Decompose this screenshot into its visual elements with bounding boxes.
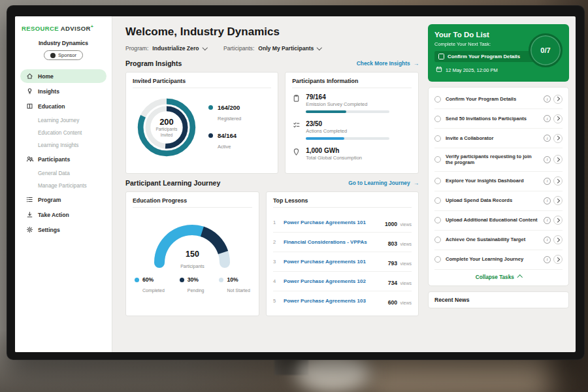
education-progress-card: Education Progress 150 Participants	[125, 191, 259, 316]
lesson-link[interactable]: Power Purchase Agreements 102	[284, 278, 383, 284]
collapse-tasks-label: Collapse Tasks	[476, 274, 514, 280]
lesson-link[interactable]: Power Purchase Agreements 103	[284, 298, 383, 304]
monitor-bezel: RESOURCE ADVISOR+ Industry Dynamics Spon…	[7, 5, 585, 360]
sidebar-item-label: Home	[38, 73, 54, 80]
sidebar-item-settings[interactable]: Settings	[20, 223, 106, 237]
task-row[interactable]: Upload Spend Data Records i	[434, 191, 563, 211]
sidebar-item-participants[interactable]: Participants	[20, 152, 106, 166]
legend-item-pending: 30%Pending	[180, 276, 204, 295]
task-row[interactable]: Achieve One Sustainability Target i	[434, 231, 563, 250]
chevron-right-icon[interactable]	[553, 114, 563, 123]
sidebar-item-insights[interactable]: Insights	[20, 84, 106, 98]
task-checkbox[interactable]	[434, 217, 441, 223]
chevron-right-icon[interactable]	[553, 134, 563, 143]
task-row[interactable]: Verify participants requesting to join t…	[434, 148, 563, 172]
sidebar-item-education-content[interactable]: Education Content	[20, 127, 106, 139]
info-icon[interactable]: i	[544, 95, 551, 103]
sidebar-item-general-data[interactable]: General Data	[20, 167, 106, 179]
info-icon[interactable]: i	[544, 197, 551, 204]
task-checkbox[interactable]	[434, 135, 441, 142]
legend-value: 10%	[227, 276, 250, 283]
task-row[interactable]: Send 50 Invitations to Participants i	[434, 109, 563, 129]
page-title: Welcome, Industry Dynamics	[125, 25, 419, 39]
task-row[interactable]: Explore Your Insights Dashboard i	[434, 172, 563, 191]
sidebar-item-education[interactable]: Education	[20, 99, 106, 113]
survey-icon	[292, 94, 301, 103]
collapse-tasks-button[interactable]: Collapse Tasks	[434, 270, 563, 284]
sidebar-item-learning-journey[interactable]: Learning Journey	[20, 114, 106, 126]
survey-label: Emission Survey Completed	[306, 101, 389, 107]
chevron-right-icon[interactable]	[553, 155, 563, 164]
donut-center-value: 200	[159, 117, 174, 127]
program-select[interactable]: Industrialize Zero	[152, 45, 206, 52]
chevron-right-icon[interactable]	[553, 255, 563, 264]
info-icon[interactable]: i	[544, 156, 551, 163]
chevron-right-icon[interactable]	[553, 196, 563, 205]
info-icon[interactable]: i	[544, 115, 551, 122]
lesson-link[interactable]: Power Purchase Agreements 101	[284, 220, 380, 225]
info-icon[interactable]: i	[544, 178, 551, 185]
filters-row: Program: Industrialize Zero Participants…	[125, 45, 419, 52]
task-checkbox[interactable]	[434, 237, 441, 243]
task-checkbox[interactable]	[434, 197, 441, 204]
legend-dot	[208, 133, 213, 138]
sponsor-badge[interactable]: Sponsor	[44, 50, 83, 60]
task-row[interactable]: Invite a Collaborator i	[434, 129, 563, 148]
task-checkbox[interactable]	[434, 96, 441, 103]
info-icon[interactable]: i	[544, 237, 551, 244]
sidebar-item-manage-participants[interactable]: Manage Participants	[20, 180, 106, 191]
participants-select-value: Only My Participants	[258, 45, 314, 52]
dashboard-screen: RESOURCE ADVISOR+ Industry Dynamics Spon…	[15, 16, 576, 352]
sidebar-item-home[interactable]: Home	[20, 69, 106, 83]
lesson-row: 2 Financial Considerations - VPPAs 803 v…	[273, 233, 412, 252]
recent-news-card[interactable]: Recent News	[428, 291, 569, 308]
check-more-insights-link[interactable]: Check More Insights→	[357, 60, 419, 67]
task-checkbox[interactable]	[434, 116, 441, 122]
tasks-list: Confirm Your Program Details i Send 50 I…	[428, 87, 569, 286]
go-to-learning-journey-link[interactable]: Go to Learning Journey→	[348, 180, 419, 186]
chevron-right-icon[interactable]	[553, 176, 563, 186]
task-row[interactable]: Confirm Your Program Details i	[434, 90, 563, 109]
legend-value: 164/200	[218, 104, 241, 111]
invited-legend: 164/200Registered 84/164Active	[208, 104, 241, 151]
task-checkbox[interactable]	[434, 256, 441, 263]
sidebar-item-label: Take Action	[38, 212, 69, 218]
program-insights-cards: Invited Participants 200	[125, 72, 419, 174]
participants-select[interactable]: Only My Participants	[258, 45, 321, 52]
task-row[interactable]: Complete Your Learning Journey i	[434, 250, 563, 270]
education-progress-gauge: 150 Participants	[143, 213, 241, 270]
info-icon[interactable]: i	[544, 217, 551, 224]
task-checkbox[interactable]	[434, 156, 441, 163]
task-row[interactable]: Upload Additional Educational Content i	[434, 211, 563, 231]
legend-item-active: 84/164Active	[208, 132, 241, 151]
legend-item-registered: 164/200Registered	[208, 104, 241, 123]
org-name: Industry Dynamics	[20, 40, 106, 46]
chevron-right-icon[interactable]	[553, 95, 563, 104]
legend-item-completed: 60%Completed	[135, 276, 165, 295]
people-icon	[26, 155, 33, 163]
legend-dot	[219, 278, 223, 282]
sidebar-item-learning-insights[interactable]: Learning Insights	[20, 139, 106, 151]
chevron-right-icon[interactable]	[553, 235, 563, 244]
lesson-rank: 2	[273, 239, 278, 245]
chevron-right-icon[interactable]	[553, 216, 563, 225]
participants-filter: Participants: Only My Participants	[223, 45, 321, 52]
program-filter: Program: Industrialize Zero	[125, 45, 206, 52]
lesson-row: 1 Power Purchase Agreements 101 1000 vie…	[273, 213, 412, 233]
sidebar-item-label: Participants	[38, 156, 70, 163]
info-icon[interactable]: i	[544, 256, 551, 263]
actions-value: 23/50	[306, 120, 389, 127]
gauge-center-value: 150	[143, 250, 241, 259]
todo-next-task[interactable]: Confirm Your Program Details	[434, 51, 542, 62]
participants-information-title: Participants Information	[292, 78, 412, 88]
sidebar-item-program[interactable]: Program	[20, 193, 106, 206]
task-checkbox[interactable]	[434, 178, 441, 184]
lesson-link[interactable]: Financial Considerations - VPPAs	[284, 239, 383, 245]
sidebar-item-take-action[interactable]: Take Action	[20, 208, 106, 221]
lesson-link[interactable]: Power Purchase Agreements 101	[284, 259, 383, 265]
invited-participants-card: Invited Participants 200	[125, 72, 278, 174]
lesson-row: 4 Power Purchase Agreements 102 734 view…	[273, 272, 412, 291]
sidebar-nav: Home Insights Education Learning Journey…	[20, 69, 106, 237]
info-icon[interactable]: i	[544, 135, 551, 142]
checkbox-icon	[438, 54, 444, 59]
